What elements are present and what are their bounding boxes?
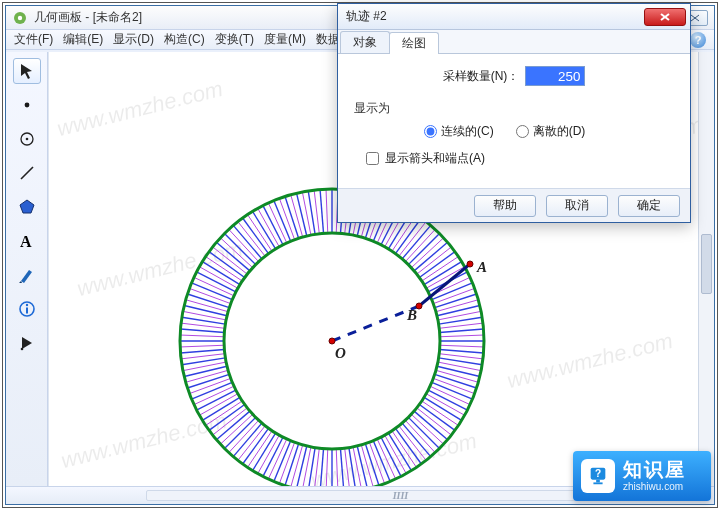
svg-line-136 [336,449,338,486]
dialog-tabs: 对象 绘图 [338,30,690,54]
svg-line-141 [357,446,367,486]
radio-discrete-label: 离散的(D) [533,123,586,140]
point-O[interactable] [329,338,336,345]
svg-line-83 [197,272,236,292]
svg-line-134 [326,449,328,486]
svg-text:?: ? [595,468,601,479]
svg-line-97 [180,349,224,352]
arrows-checkbox[interactable] [366,152,379,165]
svg-line-108 [199,394,237,416]
vscroll-thumb[interactable] [701,234,712,294]
sample-label: 采样数量(N)： [443,68,520,85]
dialog-titlebar[interactable]: 轨迹 #2 [338,4,690,30]
brand-texts: 知识屋 zhishiwu.com [623,459,686,492]
svg-line-61 [297,193,307,236]
svg-line-93 [180,329,224,332]
dialog-close-button[interactable] [644,8,686,26]
svg-line-123 [263,437,283,476]
tool-polygon[interactable] [13,194,41,220]
svg-line-107 [197,390,236,410]
svg-point-8 [25,138,28,141]
svg-line-129 [297,446,307,486]
tool-marker[interactable] [13,262,41,288]
menu-transform[interactable]: 变换(T) [215,31,254,48]
menu-edit[interactable]: 编辑(E) [63,31,103,48]
radio-continuous[interactable]: 连续的(C) [424,123,494,140]
svg-rect-184 [593,482,602,484]
tool-segment[interactable] [13,160,41,186]
tab-plot[interactable]: 绘图 [389,32,439,54]
svg-line-9 [21,167,33,179]
radio-discrete-input[interactable] [516,125,529,138]
tool-custom[interactable] [13,330,41,356]
svg-line-82 [199,267,237,289]
svg-line-18 [439,323,483,328]
svg-line-98 [181,354,225,359]
radio-continuous-input[interactable] [424,125,437,138]
svg-line-174 [440,345,484,347]
menu-file[interactable]: 文件(F) [14,31,53,48]
point-A[interactable] [467,261,474,268]
menu-measure[interactable]: 度量(M) [264,31,306,48]
tool-point[interactable] [13,92,41,118]
svg-line-133 [320,449,323,486]
svg-line-16 [440,335,484,337]
menu-construct[interactable]: 构造(C) [164,31,205,48]
tab-object[interactable]: 对象 [340,31,390,53]
tool-text[interactable]: A [13,228,41,254]
svg-line-29 [424,262,462,285]
hscroll-label: IIII [393,490,409,501]
displayas-options: 连续的(C) 离散的(D) [354,123,674,140]
radio-discrete[interactable]: 离散的(D) [516,123,586,140]
tool-circle[interactable] [13,126,41,152]
vertical-scrollbar[interactable] [698,52,714,486]
label-A: A [477,259,487,276]
label-O: O [335,345,346,362]
svg-text:A: A [20,233,32,250]
svg-line-162 [426,394,464,416]
arrows-label: 显示箭头和端点(A) [385,150,485,167]
svg-line-17 [440,329,484,332]
svg-line-169 [437,366,480,376]
svg-point-1 [18,15,22,19]
svg-line-178 [332,306,419,341]
svg-line-101 [184,366,227,376]
dialog-title: 轨迹 #2 [346,8,644,25]
help-button[interactable]: 帮助 [474,195,536,217]
displayas-label: 显示为 [354,100,674,117]
svg-line-58 [314,190,319,234]
svg-point-14 [25,304,27,306]
svg-line-137 [340,449,343,486]
svg-line-163 [428,390,467,410]
brand-cn: 知识屋 [623,459,686,481]
svg-line-68 [258,208,280,246]
cancel-button[interactable]: 取消 [546,195,608,217]
brand-en: zhishiwu.com [623,481,686,493]
svg-rect-13 [26,308,28,314]
help-icon[interactable]: ? [690,32,706,48]
dialog-buttons: 帮助 取消 确定 [338,188,690,222]
svg-line-147 [381,437,401,476]
brand-badge[interactable]: ? 知识屋 zhishiwu.com [573,451,711,501]
svg-line-69 [253,211,276,249]
tool-info[interactable] [13,296,41,322]
svg-line-161 [424,397,462,420]
outer-frame: 几何画板 - [未命名2] 文件(F) 编辑(E) 显示(D) 构造(C) 变换… [2,2,718,508]
sample-input[interactable] [525,66,585,86]
svg-line-57 [320,189,323,233]
svg-line-148 [385,435,407,473]
toolbox: A [6,52,48,486]
svg-line-173 [440,349,484,352]
svg-marker-10 [20,200,34,213]
svg-line-109 [202,397,240,420]
brand-logo-icon: ? [581,459,615,493]
svg-point-6 [24,103,29,108]
tool-arrow[interactable] [13,58,41,84]
svg-line-121 [253,433,276,471]
svg-line-92 [181,323,225,328]
svg-line-172 [439,354,483,359]
svg-line-122 [258,435,280,473]
radio-continuous-label: 连续的(C) [441,123,494,140]
ok-button[interactable]: 确定 [618,195,680,217]
menu-display[interactable]: 显示(D) [113,31,154,48]
